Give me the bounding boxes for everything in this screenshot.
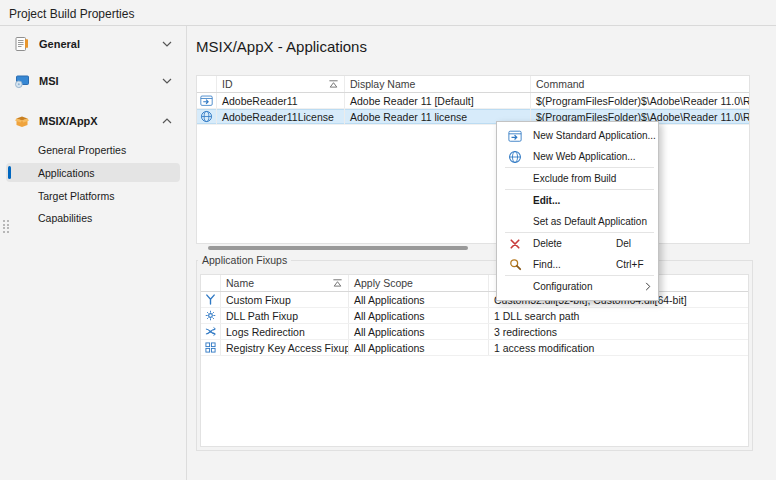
fixup-details: 1 DLL search path xyxy=(489,308,748,323)
sidebar-item-applications[interactable]: Applications xyxy=(6,163,180,182)
standard-application-icon xyxy=(197,93,217,108)
search-icon xyxy=(507,257,523,273)
sidebar-item-msix-appx[interactable]: MSIX/AppX xyxy=(6,110,180,132)
redirect-arrows-icon xyxy=(201,324,221,339)
menu-item-new-web-application[interactable]: New Web Application... xyxy=(497,146,658,167)
app-id: AdobeReader11 xyxy=(217,93,345,108)
sub-item-label: Capabilities xyxy=(38,212,92,224)
menu-item-configuration[interactable]: Configuration xyxy=(497,276,658,297)
app-id: AdobeReader11License xyxy=(217,109,345,124)
horizontal-scrollbar-thumb[interactable] xyxy=(208,246,468,250)
sidebar-item-target-platforms[interactable]: Target Platforms xyxy=(6,186,180,205)
menu-shortcut: Del xyxy=(616,238,631,249)
sidebar-divider[interactable] xyxy=(186,26,187,480)
menu-item-exclude-from-build[interactable]: Exclude from Build xyxy=(497,168,658,189)
icon-column-header[interactable] xyxy=(201,275,221,291)
menu-item-find[interactable]: Find... Ctrl+F xyxy=(497,254,658,275)
sub-item-label: General Properties xyxy=(38,144,126,156)
app-command: $(ProgramFilesFolder)$\Adobe\Reader 11.0… xyxy=(531,93,749,108)
sidebar-item-label: General xyxy=(39,38,153,50)
web-application-icon xyxy=(197,109,217,124)
delete-x-icon xyxy=(507,236,523,252)
fixup-name: Logs Redirection xyxy=(221,324,349,339)
header-divider xyxy=(0,25,776,26)
chevron-up-icon[interactable] xyxy=(162,118,172,124)
column-header-apply-scope[interactable]: Apply Scope xyxy=(349,275,489,291)
fixup-row[interactable]: Custom Fixup All Applications Custom32.d… xyxy=(201,292,748,308)
fixup-scope: All Applications xyxy=(349,324,489,339)
sidebar-item-capabilities[interactable]: Capabilities xyxy=(6,208,180,227)
fixup-name: Registry Key Access Fixup xyxy=(221,340,349,355)
sidebar-item-label: MSIX/AppX xyxy=(39,115,153,127)
sort-ascending-icon xyxy=(328,79,339,89)
document-icon xyxy=(14,36,30,52)
sort-ascending-icon xyxy=(332,278,343,288)
package-box-icon xyxy=(14,113,30,129)
msi-disc-icon xyxy=(14,73,30,89)
fixup-name: Custom Fixup xyxy=(221,292,349,307)
registry-grid-icon xyxy=(201,340,221,355)
menu-item-delete[interactable]: Delete Del xyxy=(497,233,658,254)
sub-item-label: Applications xyxy=(38,167,95,179)
window-title: Project Build Properties xyxy=(9,7,134,21)
application-row-selected[interactable]: AdobeReader11License Adobe Reader 11 lic… xyxy=(197,109,749,125)
standard-application-icon xyxy=(507,128,523,144)
fixup-scope: All Applications xyxy=(349,292,489,307)
menu-item-edit[interactable]: Edit... xyxy=(497,190,658,211)
applications-table: ID Display Name Command AdobeReader11 Ad… xyxy=(196,75,750,244)
column-header-display-name[interactable]: Display Name xyxy=(345,76,531,92)
context-menu: New Standard Application... New Web Appl… xyxy=(496,121,659,301)
fixup-name: DLL Path Fixup xyxy=(221,308,349,323)
fixup-scope: All Applications xyxy=(349,308,489,323)
fixup-row[interactable]: Registry Key Access Fixup All Applicatio… xyxy=(201,340,748,356)
submenu-arrow-icon xyxy=(645,282,651,291)
fixup-details: 3 redirections xyxy=(489,324,748,339)
menu-item-set-as-default-application[interactable]: Set as Default Application xyxy=(497,211,658,232)
menu-shortcut: Ctrl+F xyxy=(616,259,644,270)
gear-icon xyxy=(201,308,221,323)
sidebar-item-msi[interactable]: MSI xyxy=(6,70,180,92)
fixup-row[interactable]: DLL Path Fixup All Applications 1 DLL se… xyxy=(201,308,748,324)
application-row[interactable]: AdobeReader11 Adobe Reader 11 [Default] … xyxy=(197,93,749,109)
fixups-table-header: Name Apply Scope xyxy=(201,275,748,292)
sidebar-item-label: MSI xyxy=(39,75,153,87)
sidebar-item-general-properties[interactable]: General Properties xyxy=(6,140,180,159)
sub-item-label: Target Platforms xyxy=(38,190,114,202)
applications-table-header: ID Display Name Command xyxy=(197,76,749,93)
page-title: MSIX/AppX - Applications xyxy=(196,38,367,55)
column-header-name[interactable]: Name xyxy=(221,275,349,291)
menu-item-new-standard-application[interactable]: New Standard Application... xyxy=(497,125,658,146)
application-fixups-label: Application Fixups xyxy=(198,254,291,266)
app-display-name: Adobe Reader 11 [Default] xyxy=(345,93,531,108)
chevron-down-icon[interactable] xyxy=(162,41,172,47)
web-application-icon xyxy=(507,149,523,165)
panel-grip-handle[interactable] xyxy=(3,220,10,233)
project-build-properties-window: Project Build Properties General MSI MSI… xyxy=(0,0,776,480)
application-fixups-table: Name Apply Scope Custom Fixup All Applic… xyxy=(200,274,749,447)
chevron-down-icon[interactable] xyxy=(162,78,172,84)
sidebar-item-general[interactable]: General xyxy=(6,33,180,55)
icon-column-header[interactable] xyxy=(197,76,217,92)
fixup-scope: All Applications xyxy=(349,340,489,355)
fixup-details: 1 access modification xyxy=(489,340,748,355)
column-header-command[interactable]: Command xyxy=(531,76,749,92)
fixup-row[interactable]: Logs Redirection All Applications 3 redi… xyxy=(201,324,748,340)
custom-fixup-icon xyxy=(201,292,221,307)
column-header-id[interactable]: ID xyxy=(217,76,345,92)
